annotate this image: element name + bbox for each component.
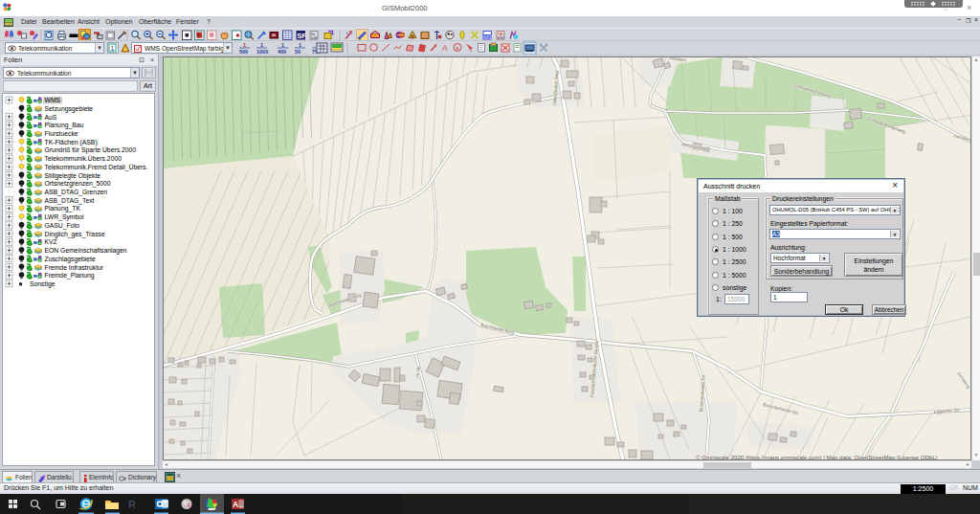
svg-text:A: A: [233, 500, 238, 509]
svg-text:Telekommunik.Fremd Detail_Über: Telekommunik.Fremd Detail_Übers.: [45, 164, 148, 171]
svg-text:A: A: [442, 43, 448, 53]
svg-text:Fremde Infrastruktur: Fremde Infrastruktur: [45, 264, 104, 271]
svg-text:Setzungsgebiete: Setzungsgebiete: [45, 105, 94, 113]
svg-text:WMS: WMS: [45, 97, 61, 103]
svg-text:1: 1: [111, 45, 115, 52]
svg-text:Stillgelegte Objekte: Stillgelegte Objekte: [45, 172, 101, 180]
svg-text:KFZ: KFZ: [498, 35, 505, 40]
svg-text:DM: DM: [311, 35, 317, 40]
svg-text:R: R: [128, 499, 136, 510]
svg-text:SF: SF: [297, 32, 306, 40]
svg-text:KFZ: KFZ: [484, 35, 493, 40]
svg-text:Planung_Bau: Planung_Bau: [45, 122, 84, 129]
svg-text:Dinglich_ges_Trasse: Dinglich_ges_Trasse: [45, 231, 105, 238]
svg-text:a: a: [456, 45, 459, 51]
svg-text:ASB_DTAG_Grenzen: ASB_DTAG_Grenzen: [45, 189, 108, 196]
svg-text:GASU_Foto: GASU_Foto: [45, 222, 80, 230]
svg-text:ASB_DTAG_Text: ASB_DTAG_Text: [45, 197, 95, 205]
svg-text:AuS: AuS: [45, 114, 57, 121]
svg-text:1: 1: [299, 42, 301, 48]
svg-text:KVZ: KVZ: [45, 238, 57, 245]
svg-text:1: 1: [243, 42, 246, 48]
svg-text:1: 1: [260, 42, 263, 48]
svg-text:Planung_TK: Planung_TK: [45, 205, 81, 212]
svg-text:Telekommunik.Übers.2000: Telekommunik.Übers.2000: [45, 155, 122, 162]
svg-text:Sonstige: Sonstige: [30, 280, 56, 288]
svg-text:400: 400: [278, 49, 286, 55]
svg-text:500: 500: [239, 49, 248, 55]
svg-text:EON Gemeinschaftsanlagen: EON Gemeinschaftsanlagen: [45, 247, 127, 255]
svg-text:© Omniscale 2020 (https://maps: © Omniscale 2020 (https://maps.omniscale…: [696, 454, 938, 459]
svg-text:50: 50: [295, 49, 301, 55]
svg-text:1: 1: [281, 42, 284, 48]
svg-text:Fremde_Planung: Fremde_Planung: [45, 272, 95, 279]
svg-text:TK-Flächen (ASB): TK-Flächen (ASB): [45, 139, 98, 146]
svg-text:1000: 1000: [256, 49, 268, 55]
svg-text:Ortsnetzgrenzen_5000: Ortsnetzgrenzen_5000: [45, 180, 111, 188]
svg-text:Zuschlagsgebiete: Zuschlagsgebiete: [45, 256, 96, 263]
svg-text:LWR_Symbol: LWR_Symbol: [45, 213, 85, 221]
svg-text:Grundriß für Sparte Übers.2000: Grundriß für Sparte Übers.2000: [45, 146, 137, 154]
svg-text:Flurstuecke: Flurstuecke: [45, 130, 78, 137]
